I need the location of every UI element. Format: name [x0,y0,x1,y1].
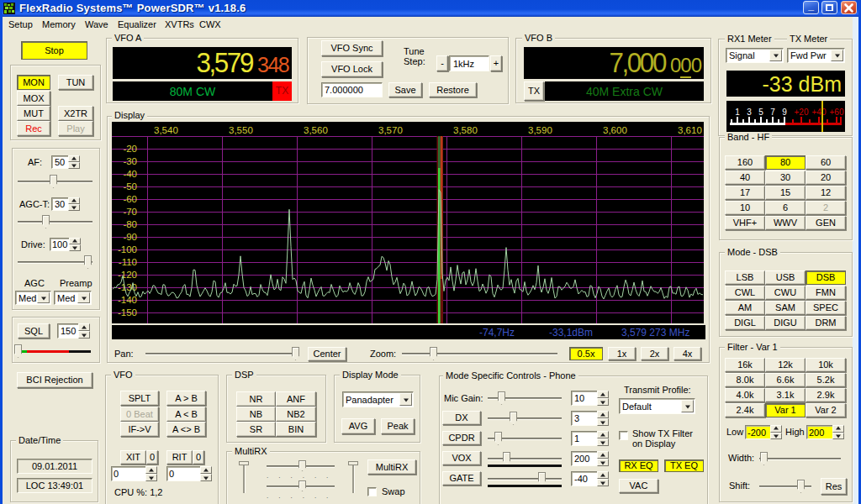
svg-text:-60: -60 [123,194,137,204]
svg-text:3,590: 3,590 [528,125,552,135]
svg-text:3,600: 3,600 [603,125,627,135]
svg-text:-70: -70 [123,207,137,217]
svg-text:-150: -150 [118,307,137,318]
svg-text:-30: -30 [123,156,137,166]
svg-text:3,560: 3,560 [304,125,328,135]
svg-text:-20: -20 [123,144,137,154]
svg-text:3,570: 3,570 [378,125,403,135]
svg-text:3,580: 3,580 [453,125,478,135]
svg-text:-110: -110 [119,257,137,267]
svg-text:-80: -80 [123,219,137,229]
svg-text:3,610: 3,610 [678,125,702,135]
svg-text:-40: -40 [123,169,137,179]
svg-text:3,550: 3,550 [229,125,253,135]
svg-text:-120: -120 [118,270,137,280]
svg-text:-100: -100 [118,244,137,255]
svg-text:3,540: 3,540 [154,125,178,135]
svg-text:-50: -50 [123,181,137,192]
svg-text:-90: -90 [123,232,137,242]
